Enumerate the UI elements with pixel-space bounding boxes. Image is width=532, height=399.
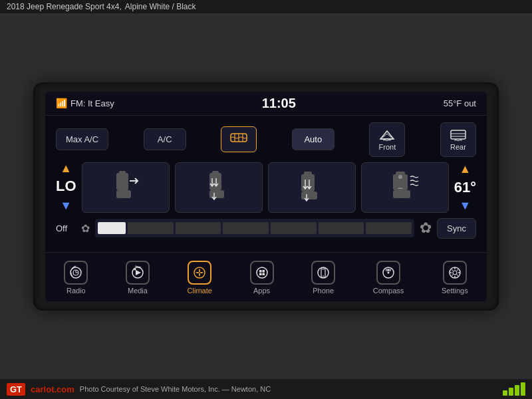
svg-rect-15 xyxy=(301,192,317,200)
svg-line-47 xyxy=(457,269,458,270)
settings-nav-label: Settings xyxy=(442,287,468,295)
gtcarlot-site: carlot.com xyxy=(31,384,74,394)
fan-inactive-bar-4 xyxy=(271,222,317,234)
svg-rect-12 xyxy=(209,190,224,198)
svg-line-45 xyxy=(452,269,452,270)
rear-label: Rear xyxy=(450,143,466,151)
phone-nav-label: Phone xyxy=(313,287,334,295)
antenna-icon: 📶 xyxy=(56,98,67,108)
fan-speed-row: Off ✿ ✿ Sync xyxy=(56,218,476,239)
fan-inactive-bar-1 xyxy=(128,222,174,234)
svg-rect-5 xyxy=(451,130,466,139)
gtcarlot-logo: GT xyxy=(7,383,25,396)
radio-nav-label: Radio xyxy=(66,287,86,295)
infotainment-screen: 📶 FM: It Easy 11:05 55°F out Max A/C A/C xyxy=(45,92,487,301)
svg-rect-16 xyxy=(304,172,312,176)
outside-temp: 55°F out xyxy=(444,98,476,108)
svg-rect-18 xyxy=(393,190,410,198)
fan-low-icon: ✿ xyxy=(81,222,90,235)
auto-button[interactable]: Auto xyxy=(292,128,334,150)
nav-radio[interactable]: Radio xyxy=(57,258,94,297)
svg-rect-30 xyxy=(259,273,262,275)
right-temp-up-arrow[interactable]: ▲ xyxy=(459,162,471,176)
svg-point-27 xyxy=(257,267,267,278)
apps-nav-label: Apps xyxy=(253,287,270,295)
infotainment-bezel: 📶 FM: It Easy 11:05 55°F out Max A/C A/C xyxy=(33,82,499,311)
media-nav-icon xyxy=(126,261,150,285)
svg-rect-9 xyxy=(116,190,131,198)
vehicle-color: Alpine White / Black xyxy=(125,2,196,11)
nav-apps[interactable]: Apps xyxy=(243,258,281,297)
max-ac-button[interactable]: Max A/C xyxy=(56,128,108,150)
clock-display: 11:05 xyxy=(262,96,296,111)
fan-inactive-bar-6 xyxy=(366,222,412,234)
nav-climate[interactable]: Climate xyxy=(181,258,219,297)
left-temp-up-arrow[interactable]: ▲ xyxy=(60,162,72,174)
ac-button[interactable]: A/C xyxy=(144,128,186,150)
seat-icon-group xyxy=(82,162,449,213)
svg-line-48 xyxy=(452,275,452,275)
fan-active-bar xyxy=(98,222,126,234)
svg-point-24 xyxy=(134,268,136,270)
svg-rect-29 xyxy=(262,270,265,273)
right-temp-down-arrow[interactable]: ▼ xyxy=(459,199,471,213)
svg-point-38 xyxy=(388,271,390,273)
fan-off-label[interactable]: Off xyxy=(56,223,76,233)
svg-point-40 xyxy=(453,271,457,275)
svg-rect-28 xyxy=(259,270,262,273)
compass-nav-icon: NW xyxy=(376,261,400,285)
svg-rect-10 xyxy=(119,171,126,175)
fan-center-icon[interactable] xyxy=(221,126,257,152)
seat-airflow-right-button[interactable] xyxy=(82,162,170,213)
svg-line-46 xyxy=(457,275,458,275)
signal-bar-2 xyxy=(509,388,513,396)
settings-nav-icon xyxy=(443,261,467,285)
seat-airflow-down-button[interactable] xyxy=(175,162,263,213)
bottom-nav: Radio Media xyxy=(45,252,487,301)
svg-point-34 xyxy=(323,275,324,277)
rear-defrost-button[interactable]: Rear xyxy=(440,122,476,157)
top-control-row: Max A/C A/C Auto xyxy=(56,122,476,157)
climate-controls: Max A/C A/C Auto xyxy=(45,116,487,252)
seat-airflow-full-button[interactable] xyxy=(268,162,356,213)
nav-compass[interactable]: NW Compass xyxy=(366,258,410,297)
photo-credit-bar: GT carlot.com Photo Courtesy of Steve Wh… xyxy=(0,379,532,399)
vehicle-info-bar: 2018 Jeep Renegade Sport 4x4, Alpine Whi… xyxy=(0,0,532,13)
nav-phone[interactable]: Phone xyxy=(305,258,342,297)
phone-nav-icon xyxy=(311,261,335,285)
compass-nav-label: Compass xyxy=(373,287,404,295)
climate-nav-icon xyxy=(188,261,211,285)
svg-rect-31 xyxy=(262,273,265,275)
media-nav-label: Media xyxy=(128,287,148,295)
front-label: Front xyxy=(379,143,396,151)
signal-bar-1 xyxy=(503,390,507,396)
svg-rect-11 xyxy=(209,173,221,190)
fan-inactive-bar-3 xyxy=(223,222,269,234)
sync-button[interactable]: Sync xyxy=(437,218,476,239)
vehicle-title: 2018 Jeep Renegade Sport 4x4, xyxy=(7,2,122,11)
rear-seat-defrost-button[interactable] xyxy=(361,162,449,213)
nav-settings[interactable]: Settings xyxy=(435,258,475,297)
fan-inactive-bar-5 xyxy=(319,222,364,234)
radio-text: FM: It Easy xyxy=(70,98,114,108)
front-defrost-button[interactable]: Front xyxy=(369,122,405,157)
left-temp-down-arrow[interactable]: ▼ xyxy=(60,199,72,213)
radio-nav-icon xyxy=(64,261,88,285)
fan-inactive-bar-2 xyxy=(176,222,221,234)
svg-point-20 xyxy=(398,175,402,179)
status-bar: 📶 FM: It Easy 11:05 55°F out xyxy=(45,92,487,116)
fan-high-icon: ✿ xyxy=(420,219,432,237)
right-temp-display: 61° xyxy=(454,179,476,196)
nav-media[interactable]: Media xyxy=(119,258,156,297)
signal-bar-3 xyxy=(515,385,519,396)
climate-nav-label: Climate xyxy=(188,287,212,295)
radio-info: 📶 FM: It Easy xyxy=(56,98,114,108)
svg-rect-35 xyxy=(323,269,325,269)
left-temp-control: ▲ LO ▼ xyxy=(56,162,76,213)
svg-rect-8 xyxy=(116,173,128,190)
green-signal-bars xyxy=(503,382,525,396)
signal-bar-4 xyxy=(521,382,525,396)
fan-speed-slider[interactable] xyxy=(95,219,414,237)
right-temp-control: ▲ 61° ▼ xyxy=(454,162,476,213)
svg-rect-13 xyxy=(212,171,219,175)
